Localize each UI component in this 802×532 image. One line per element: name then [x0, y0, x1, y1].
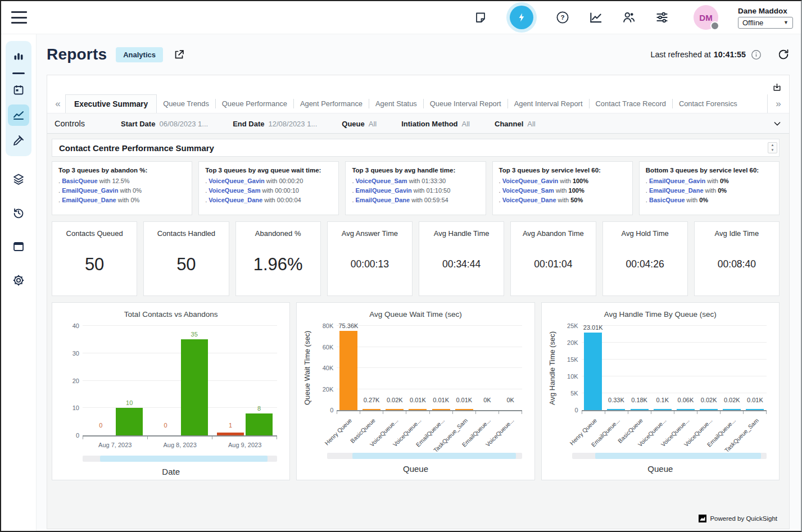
y-tick-label: 80K [313, 322, 333, 329]
bar-group: 0.01K [746, 397, 764, 410]
insight-value: 00:00:10 [275, 187, 299, 194]
kpi-row: Contacts Queued50Contacts Handled50Aband… [52, 221, 780, 296]
sidebar-item-pen[interactable] [8, 130, 29, 151]
scroll-up-icon[interactable]: ▲ [768, 143, 777, 148]
filter-label: Intiation Method [401, 120, 457, 128]
filter-start-date[interactable]: Start Date06/08/2023 1... [121, 119, 208, 129]
bar-group: 0.1K [654, 397, 672, 410]
y-axis-title: Queue Wait Time (sec) [302, 326, 312, 410]
refresh-button[interactable] [777, 48, 790, 61]
insight-value: 0% [699, 197, 708, 203]
help-icon[interactable]: ? [555, 10, 570, 25]
category-voicequeue: 0.02K [383, 326, 406, 410]
analytics-icon[interactable] [588, 10, 603, 25]
kpi-value: 00:08:40 [718, 238, 756, 295]
users-icon[interactable] [622, 10, 636, 25]
filter-intiation-method[interactable]: Intiation MethodAll [401, 119, 470, 129]
scroll-down-icon[interactable]: ▼ [768, 148, 777, 153]
bar-value-label: 0.01K [747, 397, 763, 403]
insight-panel-top-3-queues-by-service-level-60: Top 3 queues by service level 60:. Voice… [492, 161, 633, 215]
y-tick-label: 40 [59, 322, 79, 329]
insight-heading: Bottom 3 queues by service level 60: [646, 167, 773, 174]
tab-agent-performance[interactable]: Agent Performance [294, 94, 369, 113]
chart-scrollbar[interactable] [327, 453, 522, 459]
chart-scrollbar[interactable] [83, 456, 277, 462]
sidebar-item-line-chart[interactable] [8, 104, 29, 126]
sidebar-item-bar-chart[interactable] [8, 46, 29, 67]
insight-item: . BasicQueue with 12.5% [58, 178, 185, 184]
category-voicequeue: 0.06K [674, 326, 697, 410]
bar [181, 339, 208, 435]
tab-queue-interval-report[interactable]: Queue Interval Report [424, 94, 508, 113]
bar-group: 0.01K [409, 397, 427, 410]
bar [607, 409, 625, 410]
kpi-title: Contacts Queued [66, 229, 123, 238]
x-axis-title: Queue [302, 464, 528, 474]
tab-contact-forensics[interactable]: Contact Forensics [673, 94, 744, 113]
sliders-icon[interactable] [655, 10, 669, 25]
tab-agent-interval-report[interactable]: Agent Interval Report [508, 94, 589, 113]
dashboard-sheet: Contact Centre Performance Summary ▲▼ To… [47, 134, 789, 529]
insight-heading: Top 3 queues by abandon %: [58, 167, 185, 174]
hamburger-icon[interactable] [11, 11, 27, 24]
quicksight-logo-icon [699, 515, 706, 522]
sidebar-item-history[interactable] [8, 202, 29, 224]
summary-title: Contact Centre Performance Summary [59, 143, 214, 153]
filter-value: All [369, 120, 377, 128]
status-value: Offline [742, 19, 763, 27]
insight-value: 00:00:04 [277, 197, 301, 203]
bar-value-label: 0.01K [433, 397, 449, 403]
sidebar-item-layers[interactable] [8, 169, 29, 190]
category-voicequeue: 0.02K [697, 326, 721, 410]
info-icon[interactable] [751, 49, 762, 60]
category-aug-7-2023: 010 [83, 326, 147, 435]
tab-queue-trends[interactable]: Queue Trends [157, 94, 215, 113]
filter-queue[interactable]: QueueAll [342, 119, 377, 129]
scrollbar-thumb[interactable] [100, 456, 268, 462]
insight-value: 0% [130, 197, 139, 203]
scrollbar-thumb[interactable] [352, 453, 516, 459]
bar-value-label: 0.27K [364, 397, 380, 403]
queue-name: EmailQueue_Dane [356, 197, 410, 203]
bar [217, 433, 244, 435]
plot-area: 020K40K60K80K75.36K0.27K0.02K0.01K0.01K0… [337, 326, 522, 411]
summary-scrollbar[interactable]: ▲▼ [768, 142, 777, 153]
chevron-down-icon [773, 119, 782, 128]
insight-item: . BasicQueue with 0% [646, 197, 773, 203]
bar-value-label: 0.18K [631, 397, 647, 403]
bar [723, 409, 741, 410]
queue-name: VoiceQueue_Sam [209, 187, 260, 194]
tabs-scroll-right[interactable]: » [767, 94, 789, 113]
filter-channel[interactable]: ChannelAll [495, 119, 536, 129]
notes-icon[interactable] [473, 10, 488, 25]
sidebar-item-window[interactable] [8, 236, 29, 257]
bar-group: 1 [217, 422, 244, 435]
category-emailqueue: 0.33K [605, 326, 628, 410]
chart-title: Avg Queue Wait Time (sec) [302, 310, 528, 319]
scrollbar-thumb[interactable] [595, 453, 760, 459]
filter-value: All [527, 120, 535, 128]
lightning-button[interactable] [510, 6, 533, 29]
kpi-value: 00:00:13 [351, 238, 389, 295]
refresh-area: Last refreshed at 10:41:55 [650, 48, 790, 61]
avatar[interactable]: DM [694, 5, 718, 30]
tab-executive-summary[interactable]: Executive Summary [65, 94, 157, 113]
tabs-scroll-left[interactable]: « [51, 94, 65, 113]
controls-expand-button[interactable] [773, 119, 782, 128]
download-button[interactable] [772, 83, 782, 94]
status-select[interactable]: Offline ▼ [738, 17, 793, 29]
open-in-new-button[interactable] [173, 48, 185, 61]
bar [246, 413, 273, 435]
tab-contact-trace-record[interactable]: Contact Trace Record [590, 94, 672, 113]
filter-label: Start Date [121, 120, 155, 128]
y-tick-label: 0 [558, 407, 578, 413]
x-label-text: Henry Queue [324, 417, 354, 447]
y-tick-label: 5K [558, 390, 578, 397]
tab-queue-performance[interactable]: Queue Performance [216, 94, 293, 113]
tab-agent-status[interactable]: Agent Status [369, 94, 423, 113]
sidebar-item-calendar[interactable] [8, 79, 29, 101]
bar-value-label: 23.01K [583, 324, 603, 331]
chart-scrollbar[interactable] [572, 453, 767, 459]
sidebar-item-settings[interactable] [8, 270, 29, 291]
filter-end-date[interactable]: End Date12/08/2023 1... [233, 119, 317, 129]
